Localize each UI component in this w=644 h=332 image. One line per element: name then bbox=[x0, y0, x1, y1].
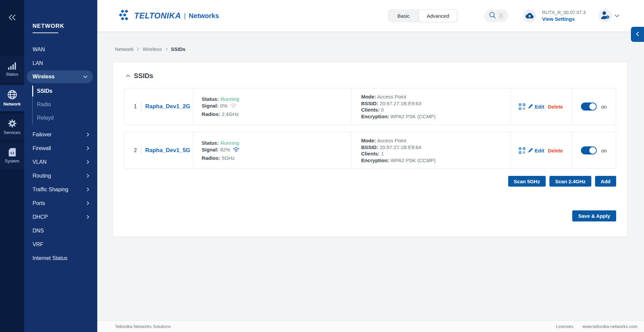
ssid-actions-cell: Edit Delete bbox=[510, 88, 572, 125]
sidebar-item-traffic-shaping[interactable]: Traffic Shaping bbox=[24, 183, 97, 196]
enable-toggle[interactable] bbox=[581, 103, 597, 111]
sidebar-item-vrf[interactable]: VRF bbox=[24, 238, 97, 251]
ssid-row: 2 Rapha_Dev1_5G Status:Running Signal:82… bbox=[124, 132, 616, 169]
sidebar-item-dns[interactable]: DNS bbox=[24, 224, 97, 238]
chevron-right-icon bbox=[87, 201, 89, 205]
delete-button[interactable]: Delete bbox=[548, 104, 563, 110]
search-shortcut-hint: / bbox=[498, 13, 503, 19]
clients-value: 0 bbox=[381, 107, 384, 113]
cloud-upload-icon bbox=[525, 12, 534, 20]
website-link[interactable]: www.teltonika-networks.com bbox=[582, 324, 637, 329]
user-settings-icon bbox=[601, 11, 610, 21]
licenses-link[interactable]: Licenses bbox=[556, 324, 573, 329]
chevron-left-icon bbox=[636, 31, 639, 38]
view-settings-link[interactable]: View Settings bbox=[542, 16, 586, 22]
sidebar-collapse-button[interactable] bbox=[0, 12, 24, 23]
rail-item-label: System bbox=[5, 158, 19, 163]
ssid-status-cell: Status:Running Signal:0% Radios:2.4GHz bbox=[193, 88, 351, 125]
ssid-name-cell: 2 Rapha_Dev1_5G bbox=[124, 132, 193, 169]
mode-basic-button[interactable]: Basic bbox=[388, 13, 419, 19]
sidebar-item-internet-status[interactable]: Internet Status bbox=[24, 251, 97, 265]
sdcard-icon bbox=[9, 148, 16, 156]
chevron-right-icon bbox=[87, 146, 89, 150]
ssid-row: 1 Rapha_Dev1_2G Status:Running Signal:0%… bbox=[124, 88, 616, 125]
mode-advanced-button[interactable]: Advanced bbox=[419, 9, 457, 22]
brand-name: TELTONIKA bbox=[134, 11, 181, 20]
events-panel-handle[interactable] bbox=[631, 27, 644, 42]
ssid-rows: 1 Rapha_Dev1_2G Status:Running Signal:0%… bbox=[124, 88, 616, 169]
ssid-name-link[interactable]: Rapha_Dev1_2G bbox=[145, 103, 190, 110]
ssid-details-cell: Mode: Access Point BSSID: 20:97:27:1B:E9… bbox=[351, 88, 510, 125]
rail-item-label: Network bbox=[3, 102, 20, 107]
mode-value: Access Point bbox=[377, 94, 406, 99]
sidebar-item-failover[interactable]: Failover bbox=[24, 128, 97, 141]
section-title: SSIDs bbox=[134, 72, 153, 80]
ssid-name-link[interactable]: Rapha_Dev1_5G bbox=[145, 147, 190, 154]
qr-code-button[interactable] bbox=[519, 104, 525, 110]
search-button[interactable]: / bbox=[484, 9, 508, 22]
rail-item-services[interactable]: Services bbox=[0, 114, 24, 140]
save-apply-button[interactable]: Save & Apply bbox=[572, 210, 616, 221]
ssid-actions-cell: Edit Delete bbox=[510, 132, 572, 169]
main-area: TELTONIKA | Networks Basic Advanced / RU… bbox=[97, 0, 644, 332]
edit-button[interactable]: Edit bbox=[528, 148, 544, 153]
sidebar-item-lan[interactable]: LAN bbox=[24, 56, 97, 70]
gear-icon bbox=[8, 119, 17, 128]
device-info: RUTX_R_00.07.07.3 View Settings bbox=[542, 10, 586, 22]
top-header: TELTONIKA | Networks Basic Advanced / RU… bbox=[97, 0, 644, 31]
rail-item-label: Status bbox=[6, 72, 18, 77]
sidebar-item-firewall[interactable]: Firewall bbox=[24, 141, 97, 155]
ssids-card: SSIDs 1 Rapha_Dev1_2G Status:Running Sig… bbox=[113, 62, 628, 237]
teltonika-logomark-icon bbox=[119, 9, 131, 22]
chevron-right-icon bbox=[87, 215, 89, 219]
sidebar-item-ssids[interactable]: SSIDs bbox=[33, 84, 97, 98]
ssid-enable-cell: on bbox=[572, 88, 616, 125]
chevron-right-icon bbox=[137, 47, 139, 51]
sidebar-item-ports[interactable]: Ports bbox=[24, 196, 97, 210]
breadcrumb-wireless[interactable]: Wireless bbox=[143, 46, 162, 52]
breadcrumb: Network Wireless SSIDs bbox=[115, 46, 628, 52]
footer-company: Teltonika Networks Solutions bbox=[115, 324, 171, 329]
rail-item-status[interactable]: Status bbox=[0, 56, 24, 82]
radios-value: 5GHz bbox=[222, 155, 234, 161]
ssid-details-cell: Mode: Access Point BSSID: 20:97:27:1B:E9… bbox=[351, 132, 510, 169]
sidebar-section-heading: NETWORK bbox=[33, 23, 97, 33]
collapse-caret-icon bbox=[126, 73, 130, 79]
sidebar-item-dhcp[interactable]: DHCP bbox=[24, 210, 97, 224]
teltonika-logo[interactable]: TELTONIKA | Networks bbox=[119, 9, 219, 22]
sidebar-item-vlan[interactable]: VLAN bbox=[24, 155, 97, 169]
rail-item-system[interactable]: System bbox=[0, 143, 24, 169]
qr-code-button[interactable] bbox=[519, 147, 525, 154]
edit-button[interactable]: Edit bbox=[528, 104, 544, 110]
breadcrumb-network[interactable]: Network bbox=[115, 46, 133, 52]
rail-item-label: Services bbox=[4, 130, 20, 135]
add-button[interactable]: Add bbox=[595, 176, 616, 187]
sidebar-item-routing[interactable]: Routing bbox=[24, 169, 97, 183]
encryption-value: WPA2 PSK (CCMP) bbox=[390, 114, 435, 119]
ssids-section-header[interactable]: SSIDs bbox=[126, 71, 616, 80]
rms-cloud-button[interactable] bbox=[523, 9, 536, 22]
sidebar-item-wireless[interactable]: Wireless bbox=[27, 70, 93, 83]
sidebar-item-wan[interactable]: WAN bbox=[24, 43, 97, 56]
user-menu-button[interactable] bbox=[598, 9, 612, 22]
chevron-right-icon bbox=[87, 160, 89, 164]
footer-links: Licenses www.teltonika-networks.com bbox=[556, 324, 637, 329]
enable-toggle[interactable] bbox=[581, 146, 597, 154]
clients-value: 1 bbox=[381, 151, 384, 156]
bssid-value: 20:97:27:1B:E9:63 bbox=[380, 101, 421, 106]
sidebar-item-radio[interactable]: Radio bbox=[33, 98, 97, 111]
network-sidebar: NETWORK WAN LAN Wireless SSIDs Radio Rel… bbox=[24, 0, 97, 332]
signal-bars-icon bbox=[8, 62, 16, 70]
scan-actions: Scan 5GHz Scan 2.4GHz Add bbox=[124, 176, 616, 187]
sidebar-item-relayd[interactable]: Relayd bbox=[33, 111, 97, 125]
chevron-right-icon bbox=[87, 132, 89, 137]
rail-item-network[interactable]: Network bbox=[0, 85, 24, 111]
scan-24ghz-button[interactable]: Scan 2.4GHz bbox=[549, 176, 591, 187]
double-chevron-left-icon bbox=[8, 14, 17, 22]
user-menu-chevron-icon[interactable] bbox=[614, 14, 620, 17]
wifi-icon bbox=[230, 103, 237, 109]
scan-5ghz-button[interactable]: Scan 5GHz bbox=[508, 176, 546, 187]
encryption-value: WPA2 PSK (CCMP) bbox=[390, 157, 435, 163]
breadcrumb-ssids: SSIDs bbox=[171, 46, 185, 52]
delete-button[interactable]: Delete bbox=[548, 148, 563, 153]
